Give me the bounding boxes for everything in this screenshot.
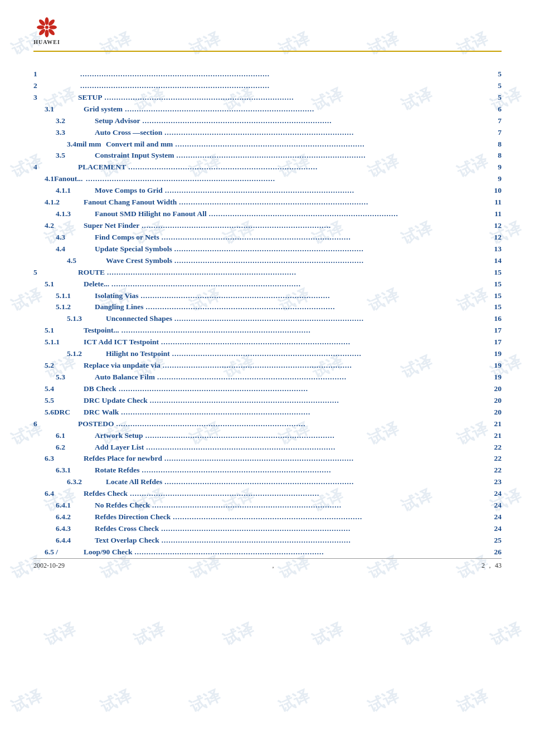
toc-number: 3.2 [33, 115, 95, 127]
toc-row: 5.4DB Check20 [33, 383, 502, 395]
svg-point-2 [45, 30, 49, 37]
toc-page: 17 [486, 325, 502, 336]
toc-title: DB Check [84, 383, 116, 395]
toc-page: 11 [486, 208, 502, 220]
toc-title: Dangling Lines [95, 301, 143, 313]
toc-page: 7 [486, 127, 502, 139]
toc-dots [144, 442, 486, 453]
toc-title: Constraint Input System [95, 150, 174, 162]
toc-number: 4.1.1 [33, 185, 95, 197]
toc-page: 16 [486, 313, 502, 325]
toc-title: Refdes Place for newbrd [84, 453, 162, 465]
toc-number: 6.4.3 [33, 523, 95, 535]
footer-page: 2 ， 43 [481, 561, 502, 570]
toc-title: Unconnected Shapes [106, 313, 172, 325]
toc-number: 5.5 [33, 395, 84, 407]
toc-title: Text Overlap Check [95, 535, 159, 547]
toc-page: 8 [486, 139, 502, 150]
toc-page: 20 [486, 383, 502, 395]
toc-row: 5.3Auto Balance Film19 [33, 372, 502, 383]
toc-title: Rotate Refdes [95, 465, 140, 476]
toc-dots [84, 173, 486, 184]
toc-row: 5ROUTE15 [33, 267, 502, 279]
toc-row: 6.4.2Refdes Direction Check24 [33, 511, 502, 523]
toc-page: 15 [486, 290, 502, 302]
toc-row: 6.2Add Layer List22 [33, 442, 502, 453]
toc-dots [172, 255, 486, 266]
toc-row: 4.4Update Special Symbols13 [33, 243, 502, 255]
toc-dots [160, 360, 486, 371]
toc-number: 4.1.2 [33, 197, 84, 208]
toc-row: 4PLACEMENT9 [33, 162, 502, 173]
toc-number: 4.3 [33, 232, 95, 243]
toc-title: Testpoint... [84, 325, 119, 336]
toc-number: 6.2 [33, 442, 95, 453]
toc-dots [103, 92, 486, 103]
toc-page: 23 [486, 476, 502, 488]
toc-dots [109, 279, 486, 290]
toc-number: 5.1.1 [33, 336, 84, 348]
toc-page: 22 [486, 465, 502, 476]
toc-number: 6 [33, 418, 78, 430]
toc-dots [162, 127, 486, 138]
toc-number: 3.3 [33, 127, 95, 139]
toc-page: 20 [486, 407, 502, 418]
toc-row: 6.4.4Text Overlap Check25 [33, 535, 502, 547]
toc-number: 4.5 [33, 255, 106, 267]
toc-title: POSTEDO [78, 418, 114, 430]
toc-dots [132, 547, 486, 558]
toc-row: 6.4.3Refdes Cross Check24 [33, 523, 502, 535]
toc-number: 3.4mil mm [33, 139, 106, 150]
toc-number: 1 [33, 69, 78, 80]
toc-title: DRC Walk [84, 407, 119, 418]
toc-page: 5 [486, 80, 502, 92]
toc-title: Wave Crest Symbols [106, 255, 172, 267]
svg-point-7 [38, 28, 46, 36]
toc-title: DRC Update Check [84, 395, 148, 407]
toc-page: 15 [486, 279, 502, 290]
logo-area: HUAWEI [33, 17, 60, 45]
toc-dots [148, 395, 486, 406]
toc-row: 6.3Refdes Place for newbrd22 [33, 453, 502, 465]
toc-dots [171, 511, 486, 523]
toc-page: 12 [486, 220, 502, 232]
toc-row: 4.1.3Fanout SMD Hilight no Fanout All11 [33, 208, 502, 220]
toc-row: 6POSTEDO21 [33, 418, 502, 430]
toc-number: 3.1 [33, 104, 84, 115]
svg-point-0 [45, 26, 48, 29]
toc-title: Replace via unpdate via [84, 360, 160, 372]
toc-page: 8 [486, 150, 502, 162]
toc-row: 4.1.2Fanout Chang Fanout Width11 [33, 197, 502, 208]
toc-page: 21 [486, 418, 502, 430]
toc-number: 5.1.2 [33, 348, 106, 360]
toc-dots [105, 267, 486, 278]
toc-number: 6.3.2 [33, 476, 106, 488]
toc-row: 4.2Super Net Finder12 [33, 220, 502, 232]
toc-dots [172, 243, 486, 255]
toc-number: 5.2 [33, 360, 84, 372]
toc-title: Loop/90 Check [84, 547, 132, 558]
svg-point-6 [47, 18, 56, 27]
toc-title: Find Comps or Nets [95, 232, 159, 243]
toc-title: Update Special Symbols [95, 243, 172, 255]
toc-page: 12 [486, 232, 502, 243]
toc-title: ICT Add ICT Testpoint [84, 336, 159, 348]
toc-row: 3.2Setup Advisor7 [33, 115, 502, 127]
toc-row: 5.1Delete...15 [33, 279, 502, 290]
table-of-contents: 15253SETUP53.1Grid system63.2Setup Advis… [33, 69, 502, 558]
toc-row: 4.1Fanout...9 [33, 173, 502, 185]
toc-number: 6.1 [33, 430, 95, 442]
toc-title: Locate All Refdes [106, 476, 162, 488]
toc-dots [116, 383, 486, 394]
toc-title: Fanout SMD Hilight no Fanout All [95, 208, 207, 220]
toc-number: 6.3 [33, 453, 84, 465]
toc-page: 24 [486, 488, 502, 500]
toc-number: 5.6DRC [33, 407, 84, 418]
toc-row: 4.1.1Move Comps to Grid10 [33, 185, 502, 197]
toc-row: 6.4.1No Refdes Check24 [33, 500, 502, 511]
toc-row: 3.5Constraint Input System8 [33, 150, 502, 162]
toc-number: 5.4 [33, 383, 84, 395]
toc-dots [143, 301, 486, 313]
toc-row: 5.1Testpoint...17 [33, 325, 502, 336]
toc-number: 2 [33, 80, 78, 92]
